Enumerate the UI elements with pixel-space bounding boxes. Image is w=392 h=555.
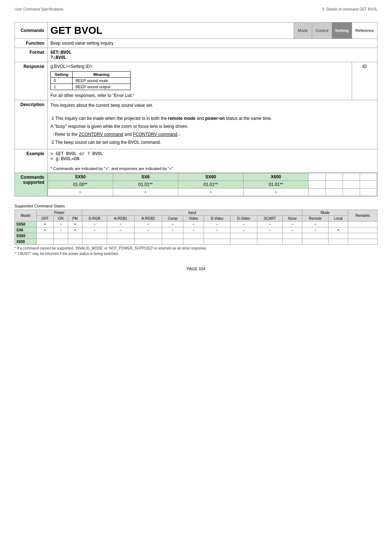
cmd-empty-2 (326, 173, 343, 181)
x600-video (183, 239, 204, 245)
x600-local (328, 239, 348, 245)
input-comp-header: Comp (162, 216, 183, 222)
supported-mode-header: Mode (302, 210, 348, 216)
sx60-local (328, 233, 348, 239)
sx6-none: ○ (282, 227, 302, 233)
cmd-version-row: 01.00** 01.01** 01.01** 01.01** (48, 181, 377, 189)
cmd-model-header-row: SX50 SX6 SX60 X600 (48, 173, 377, 181)
sx50-local (328, 222, 348, 227)
supported-header-top: Model Power Input Mode Remarks (15, 210, 377, 216)
sx50-argb2: ○ (134, 222, 162, 227)
meaning-col-header: Meaning (73, 72, 131, 78)
x600-pm (68, 239, 82, 245)
meaning-val-0: BEEP sound mute (73, 78, 131, 84)
page-footer: PAGE 104 (15, 267, 377, 271)
cmd-x600-version: 01.01** (243, 181, 309, 189)
power-pm-header: PM (68, 216, 82, 222)
sx60-scart (257, 233, 282, 239)
response-label: Response (15, 62, 48, 100)
example-line-1: > GET BVOL or ? BVOL (50, 151, 374, 156)
sx6-svideo: ○ (204, 227, 230, 233)
sx50-argb1: ○ (107, 222, 134, 227)
setting-table-header: Setting Meaning (51, 72, 131, 78)
command-header-row: Commands GET BVOL Mode Control Setting R… (15, 23, 377, 39)
input-argb1-header: A-RGB1 (107, 216, 134, 222)
sx6-argb2: ○ (134, 227, 162, 233)
supported-x600-row: X600 (15, 239, 377, 245)
cmd-x600-label: X600 (243, 173, 309, 181)
sx50-none: ○ (282, 222, 302, 227)
sx60-comp (162, 233, 183, 239)
input-svideo-header: S-Video (204, 216, 230, 222)
sx60-argb1 (107, 233, 134, 239)
cmd-empty-11 (343, 189, 360, 196)
format-row: Format GET□BVOL ?△BVOL (15, 48, 377, 62)
sx6-video: ○ (183, 227, 204, 233)
supported-x600-model: X600 (15, 239, 37, 245)
sx50-on: ○ (54, 222, 68, 227)
cmd-sx60-circle: ○ (178, 189, 244, 196)
cmd-circle-row: ○ ○ ○ ○ (48, 189, 377, 196)
cmd-x600-circle: ○ (243, 189, 309, 196)
x600-remote (302, 239, 328, 245)
page-header: User Command Specifications 9. Details o… (15, 7, 377, 11)
supported-power-header: Power (36, 210, 82, 216)
cmd-sx50-circle: ○ (48, 189, 113, 196)
footnote-2: * "i:BUSY" may be returned if the power … (15, 252, 377, 256)
supported-input-header: Input (82, 210, 302, 216)
cmd-empty-7 (343, 181, 360, 189)
input-none-header: None (282, 216, 302, 222)
supported-section: Supported Command States Model Power Inp… (15, 204, 377, 256)
cmd-empty-9 (309, 189, 326, 196)
description-label: Description (15, 100, 48, 149)
x600-svideo (204, 239, 230, 245)
supported-sx60-row: SX60 (15, 233, 377, 239)
function-row: Function Beep sound value setting inquir… (15, 39, 377, 48)
description-content: This inquires about the current beep sou… (48, 100, 377, 149)
sx50-remote: ○ (302, 222, 328, 227)
example-row: Example > GET BVOL or ? BVOL < g:BVOL=ON… (15, 149, 377, 173)
sx50-drgb: ○ (82, 222, 107, 227)
setting-val-1: 1 (51, 84, 73, 90)
sx50-pm: × (68, 222, 82, 227)
cmd-empty-8 (360, 181, 377, 189)
example-line-2: < g:BVOL=ON (50, 156, 374, 161)
supported-sx60-model: SX60 (15, 233, 37, 239)
setting-table: Setting Meaning 0 BEEP sound mute 1 BEEP… (50, 71, 131, 90)
cmd-empty-12 (360, 189, 377, 196)
cmd-sx60-version: 01.01** (178, 181, 244, 189)
sx60-on (54, 233, 68, 239)
cmd-sx50-version: 01.00** (48, 181, 113, 189)
sx6-remarks (348, 227, 377, 233)
setting-val-0: 0 (51, 78, 73, 84)
x600-argb2 (134, 239, 162, 245)
setting-row-0: 0 BEEP sound mute (51, 78, 131, 84)
sx6-dvideo: ○ (230, 227, 257, 233)
input-drgb-header: D-RGB (82, 216, 107, 222)
setting-row-1: 1 BEEP sound output (51, 84, 131, 90)
commands-supported-content: SX50 SX6 SX60 X600 01.00** 01.01** 01.01… (48, 173, 377, 197)
sx60-remote (302, 233, 328, 239)
sx50-comp: ○ (162, 222, 183, 227)
description-row: Description This inquires about the curr… (15, 100, 377, 149)
sx6-off: × (36, 227, 54, 233)
sx60-pm (68, 233, 82, 239)
supported-table: Model Power Input Mode Remarks OFF ON PM… (15, 210, 377, 245)
sx50-video: ○ (183, 222, 204, 227)
x600-comp (162, 239, 183, 245)
supported-sx50-row: SX50 × ○ × ○ ○ ○ ○ ○ – – ○ ○ ○ (15, 222, 377, 227)
supported-sx6-model: SX6 (15, 227, 37, 233)
sx6-argb1: ○ (107, 227, 134, 233)
cmd-empty-3 (343, 173, 360, 181)
description-note-1: ·1 This inquiry can be made when the pro… (50, 115, 374, 122)
response-row: Response g:BVOL=<Setting ID> Setting Mea… (15, 62, 377, 100)
command-title: GET BVOL (48, 23, 294, 39)
input-video-header: Video (183, 216, 204, 222)
sx6-pm: × (68, 227, 82, 233)
sx6-comp: ○ (162, 227, 183, 233)
supported-title: Supported Command States (15, 204, 377, 208)
example-note: * Commands are indicated by ">", and res… (50, 166, 374, 171)
mode-local-header: Local (328, 216, 348, 222)
supported-sx50-model: SX50 (15, 222, 37, 227)
response-content: g:BVOL=<Setting ID> Setting Meaning 0 BE… (48, 62, 352, 100)
